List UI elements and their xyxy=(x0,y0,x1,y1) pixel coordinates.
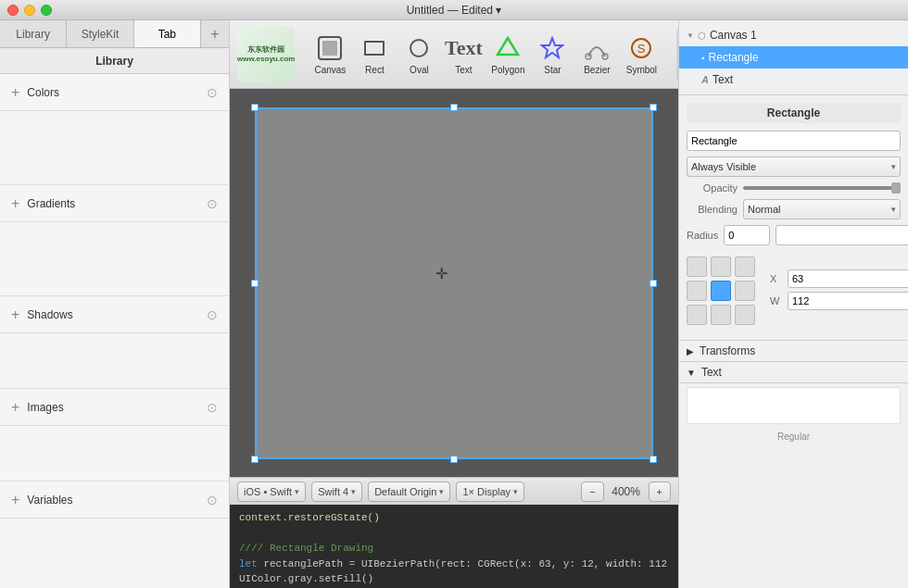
text-input-area[interactable] xyxy=(687,387,901,424)
pos-ml[interactable] xyxy=(687,281,707,301)
origin-select[interactable]: Default Origin ▾ xyxy=(368,482,450,502)
pos-mr[interactable] xyxy=(735,281,755,301)
display-label: 1× Display xyxy=(462,486,511,497)
bezier-tool[interactable]: Bezier xyxy=(576,27,617,82)
handle-tr[interactable] xyxy=(649,104,657,111)
visibility-row: Always Visible ▾ xyxy=(687,156,901,177)
shadows-options-icon[interactable]: ⊙ xyxy=(207,307,218,322)
tree-item-canvas1[interactable]: ▼ ⬡ Canvas 1 xyxy=(679,24,908,46)
x-input[interactable] xyxy=(788,269,908,288)
maximize-button[interactable] xyxy=(41,5,52,16)
font-style-hint: Regular xyxy=(679,428,908,445)
close-button[interactable] xyxy=(7,5,19,16)
position-grid xyxy=(687,256,757,327)
canvas-viewport[interactable]: ✛ xyxy=(230,89,678,477)
tree-item-rectangle[interactable]: ▪ Rectangle xyxy=(679,46,908,69)
polygon-tool[interactable]: Polygon xyxy=(487,27,528,82)
opacity-thumb[interactable] xyxy=(891,182,901,194)
canvas-triangle-icon: ▼ xyxy=(687,31,694,40)
opacity-slider[interactable] xyxy=(743,186,901,190)
canvas-area[interactable]: ✛ iOS • Swift ▾ Swift 4 ▾ Default Origin… xyxy=(230,89,678,588)
handle-tl[interactable] xyxy=(251,104,259,111)
main-toolbar: 东东软件园 www.esoyu.com Canvas Rect Oval xyxy=(230,20,678,89)
right-panel-content: Rectangle Always Visible ▾ Opacity xyxy=(679,95,908,588)
gradients-options-icon[interactable]: ⊙ xyxy=(207,196,218,211)
pos-bm[interactable] xyxy=(711,305,731,325)
pos-br[interactable] xyxy=(735,305,755,325)
handle-mr[interactable] xyxy=(649,280,657,287)
canvas-tool[interactable]: Canvas xyxy=(309,27,350,82)
zoom-in-button[interactable]: + xyxy=(649,482,671,502)
pos-tm[interactable] xyxy=(711,256,731,277)
position-section: X Y W H xyxy=(687,251,901,332)
tabs-bar: Library StyleKit Tab + xyxy=(0,20,229,48)
display-select[interactable]: 1× Display ▾ xyxy=(456,482,524,502)
code-line-4: let rectanglePath = UIBezierPath(rect: C… xyxy=(239,557,669,572)
selected-rectangle[interactable] xyxy=(255,107,653,459)
tree-item-text[interactable]: A Text xyxy=(679,69,908,91)
shadows-add-button[interactable]: + xyxy=(11,307,19,323)
window-title: Untitled — Edited ▾ xyxy=(407,4,502,17)
colors-add-button[interactable]: + xyxy=(11,84,19,101)
visibility-select[interactable]: Always Visible ▾ xyxy=(687,156,901,177)
pos-tr[interactable] xyxy=(735,256,755,277)
code-text-3: //// Rectangle Drawing xyxy=(239,543,373,554)
rectangle-section: Rectangle Always Visible ▾ Opacity xyxy=(679,95,908,341)
watermark-logo: 东东软件园 www.esoyu.com xyxy=(237,27,295,82)
colors-options-icon[interactable]: ⊙ xyxy=(207,85,218,100)
images-options-icon[interactable]: ⊙ xyxy=(207,400,218,415)
oval-tool[interactable]: Oval xyxy=(398,27,439,82)
radius-input[interactable] xyxy=(724,225,770,245)
tab-stylekit[interactable]: StyleKit xyxy=(67,20,133,47)
code-line-5: UIColor.gray.setFill() xyxy=(239,571,669,587)
blending-value: Normal xyxy=(748,204,780,215)
tab-add-button[interactable]: + xyxy=(201,20,229,47)
tab-library[interactable]: Library xyxy=(0,20,67,47)
handle-bm[interactable] xyxy=(450,456,458,463)
handle-tm[interactable] xyxy=(450,104,458,111)
swift-version-select[interactable]: Swift 4 ▾ xyxy=(311,482,362,502)
star-tool[interactable]: Star xyxy=(532,27,573,82)
zoom-out-button[interactable]: − xyxy=(581,482,603,502)
display-chevron: ▾ xyxy=(513,487,518,496)
gradients-add-button[interactable]: + xyxy=(11,195,19,212)
text-section[interactable]: ▼ Text xyxy=(679,362,908,383)
blending-label: Blending xyxy=(687,204,738,215)
platform-select[interactable]: iOS • Swift ▾ xyxy=(237,482,306,502)
swift-version-label: Swift 4 xyxy=(318,486,348,497)
transforms-section[interactable]: ▶ Transforms xyxy=(679,341,908,362)
star-label: Star xyxy=(544,65,561,75)
text-tool[interactable]: Text Text xyxy=(443,27,484,82)
pos-mm[interactable] xyxy=(711,281,731,301)
pos-bl[interactable] xyxy=(687,305,707,325)
text-triangle-icon: ▼ xyxy=(687,368,696,378)
handle-bl[interactable] xyxy=(251,456,259,463)
code-line-3: //// Rectangle Drawing xyxy=(239,541,669,557)
blending-select[interactable]: Normal ▾ xyxy=(743,199,901,219)
rect-label: Rect xyxy=(365,65,385,75)
main-layout: Library StyleKit Tab + Library + Colors … xyxy=(0,0,908,588)
svg-rect-1 xyxy=(322,41,337,56)
svg-marker-2 xyxy=(498,38,518,55)
radius-tl-input[interactable] xyxy=(776,225,908,245)
variables-options-icon[interactable]: ⊙ xyxy=(207,493,218,507)
traffic-lights xyxy=(7,5,52,16)
name-input[interactable] xyxy=(687,131,901,151)
svg-marker-3 xyxy=(542,38,562,57)
rectangle-shape[interactable] xyxy=(255,107,653,459)
bottom-bar: iOS • Swift ▾ Swift 4 ▾ Default Origin ▾… xyxy=(230,477,678,505)
tab-tab[interactable]: Tab xyxy=(134,20,201,47)
colors-section: + Colors ⊙ xyxy=(0,74,229,111)
rect-tool[interactable]: Rect xyxy=(354,27,395,82)
variables-add-button[interactable]: + xyxy=(11,492,19,508)
pos-tl[interactable] xyxy=(687,256,707,277)
minimize-button[interactable] xyxy=(24,5,35,16)
symbol-label: Symbol xyxy=(626,65,657,75)
coords-grid: X Y W H xyxy=(770,269,908,310)
symbol-tool[interactable]: S Symbol xyxy=(621,27,662,82)
images-add-button[interactable]: + xyxy=(11,399,19,416)
handle-ml[interactable] xyxy=(251,280,259,287)
images-label: Images xyxy=(27,401,63,414)
handle-br[interactable] xyxy=(649,456,657,463)
w-input[interactable] xyxy=(788,292,908,310)
